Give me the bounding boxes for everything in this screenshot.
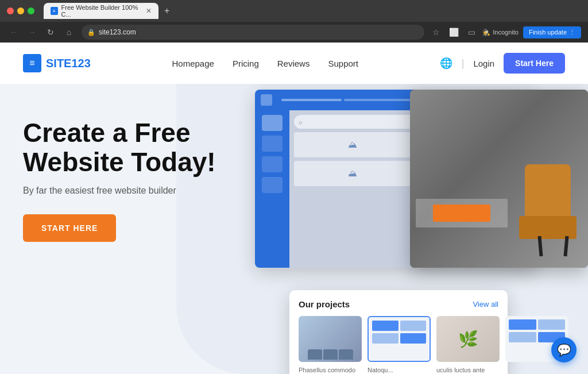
projects-grid: Phasellus commodo	[299, 316, 498, 373]
hero-title: Create a Free Website Today!	[23, 118, 241, 176]
cushion-3	[339, 349, 353, 360]
logo-icon: ≡	[23, 54, 41, 72]
language-globe-icon[interactable]: 🌐	[440, 57, 452, 70]
forward-button[interactable]: →	[25, 25, 39, 39]
room-photo: 🌿	[436, 316, 500, 362]
hero-section: Create a Free Website Today! By far the …	[0, 84, 588, 374]
project-thumb-3[interactable]: 🌿	[436, 316, 500, 362]
nav-links: Homepage Pricing Reviews Support	[172, 59, 358, 68]
vase-icon: 🌿	[458, 330, 478, 349]
nav-divider: |	[462, 57, 465, 70]
projects-card-title: Our projects	[299, 299, 350, 309]
thumb-block-2	[400, 321, 427, 331]
minimize-traffic-light[interactable]	[17, 7, 24, 14]
thumb-block-6	[538, 319, 566, 330]
thumb-block-5	[509, 319, 536, 330]
traffic-lights	[7, 7, 34, 14]
thumb-block-4	[400, 333, 427, 344]
mockup-header-icon	[261, 94, 272, 106]
site-navigation: ≡ SITE123 Homepage Pricing Reviews Suppo…	[0, 43, 588, 84]
hero-subtitle: By far the easiest free website builder	[23, 186, 241, 196]
sidebar-icon[interactable]: ▭	[466, 25, 478, 39]
url-text: site123.com	[99, 28, 136, 36]
sidebar-item-mock-3	[262, 156, 283, 172]
browser-actions: ☆ ⬜ ▭ 🕵 Incognito Finish update ⋮	[430, 25, 581, 39]
thumb-row-1	[372, 321, 426, 331]
ssl-lock-icon: 🔒	[87, 29, 95, 36]
new-tab-button[interactable]: +	[161, 6, 173, 16]
orange-accent	[433, 205, 490, 222]
interior-photo-mockup	[410, 90, 588, 268]
refresh-button[interactable]: ↻	[44, 25, 57, 39]
mockup-sidebar	[255, 110, 289, 268]
login-link[interactable]: Login	[473, 59, 494, 68]
mockup-grid-icon-1: ⛰	[348, 140, 357, 150]
title-bar: ≡ Free Website Builder 100% C... ✕ +	[0, 0, 588, 22]
hero-text: Create a Free Website Today! By far the …	[23, 101, 241, 242]
tab-title: Free Website Builder 100% C...	[61, 4, 140, 18]
browser-chrome: ≡ Free Website Builder 100% C... ✕ + ← →…	[0, 0, 588, 43]
site-logo[interactable]: ≡ SITE123	[23, 54, 91, 72]
cushion-2	[323, 349, 338, 360]
maximize-traffic-light[interactable]	[28, 7, 34, 14]
cushion-1	[308, 349, 322, 360]
start-here-nav-button[interactable]: Start Here	[504, 53, 565, 74]
project-label-3: uculis luctus ante	[436, 367, 500, 373]
thumb-block-7	[509, 332, 536, 342]
projects-card: Our projects View all	[289, 290, 508, 374]
view-all-link[interactable]: View all	[473, 300, 498, 309]
chair-seat	[519, 216, 577, 239]
website-content: ≡ SITE123 Homepage Pricing Reviews Suppo…	[0, 43, 588, 374]
chair-leg-1	[563, 236, 568, 256]
sidebar-item-mock-1	[262, 115, 283, 131]
thumb-block-1	[372, 321, 399, 331]
home-button[interactable]: ⌂	[62, 25, 76, 39]
project-thumb-2[interactable]	[368, 316, 431, 362]
chair-leg-2	[537, 236, 543, 256]
incognito-badge: 🕵 Incognito	[482, 29, 519, 36]
finish-update-button[interactable]: Finish update ⋮	[523, 26, 581, 38]
hero-cta-button[interactable]: START HERE	[23, 214, 116, 242]
sofa-shape	[299, 316, 362, 362]
tab-close-button[interactable]: ✕	[146, 7, 152, 15]
mockup-search-icon: ⌕	[299, 118, 303, 125]
nav-right: 🌐 | Login Start Here	[440, 53, 565, 74]
nav-pricing[interactable]: Pricing	[233, 59, 259, 68]
chat-icon: 💬	[557, 343, 571, 357]
tab-bar: ≡ Free Website Builder 100% C... ✕ +	[44, 3, 581, 19]
interior-photo	[410, 90, 588, 268]
chat-button[interactable]: 💬	[551, 337, 577, 363]
back-button[interactable]: ←	[7, 25, 21, 39]
bookmark-icon[interactable]: ☆	[430, 25, 442, 39]
thumb-inner-2	[369, 317, 430, 361]
sidebar-item-mock-4	[262, 177, 283, 193]
hero-visual: ⌕ ⛰ ⛰ ⛰	[255, 90, 588, 374]
nav-homepage[interactable]: Homepage	[172, 59, 214, 68]
project-label-2: Natoqu...	[368, 367, 431, 373]
project-item-3: 🌿 uculis luctus ante	[436, 316, 500, 373]
sidebar-item-mock-2	[262, 136, 283, 152]
thumb-row-2	[372, 333, 426, 344]
close-traffic-light[interactable]	[7, 7, 14, 14]
project-label-1: Phasellus commodo	[299, 367, 362, 373]
tab-favicon: ≡	[51, 7, 58, 15]
mockup-grid-item-3: ⛰	[294, 161, 411, 186]
mockup-grid-item-1: ⛰	[294, 132, 411, 157]
tab-search-icon[interactable]: ⬜	[447, 25, 461, 39]
sofa-cushions	[308, 349, 353, 360]
projects-card-header: Our projects View all	[299, 299, 498, 309]
project-thumb-1[interactable]	[299, 316, 362, 362]
thumb-row-3	[509, 319, 565, 330]
chair-shape	[508, 164, 577, 256]
active-tab[interactable]: ≡ Free Website Builder 100% C... ✕	[44, 3, 158, 19]
project-item-1: Phasellus commodo	[299, 316, 362, 373]
nav-support[interactable]: Support	[328, 59, 358, 68]
mockup-grid-icon-3: ⛰	[348, 168, 357, 179]
browser-nav-buttons: ← → ↻ ⌂	[7, 25, 76, 39]
project-item-2: Natoqu...	[368, 316, 431, 373]
logo-text: SITE123	[46, 57, 91, 70]
address-bar: ← → ↻ ⌂ 🔒 site123.com ☆ ⬜ ▭ 🕵 Incognito …	[0, 22, 588, 43]
nav-reviews[interactable]: Reviews	[277, 59, 310, 68]
url-bar[interactable]: 🔒 site123.com	[82, 25, 424, 40]
thumb-block-3	[372, 333, 399, 344]
